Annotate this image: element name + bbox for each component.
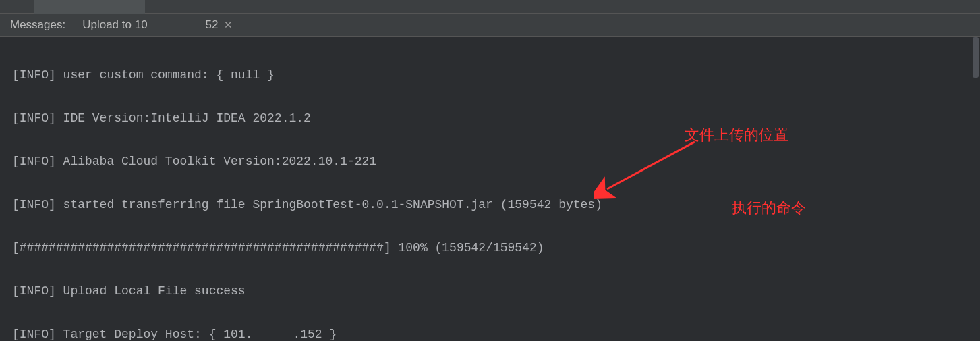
log-line: [INFO] IDE Version:IntelliJ IDEA 2022.1.…	[12, 107, 968, 129]
partial-file-tab	[34, 0, 145, 14]
log-line: [INFO] Target Deploy Host: { 101..152 }	[12, 323, 968, 341]
console-output: [INFO] user custom command: { null } [IN…	[0, 37, 980, 341]
upload-tab[interactable]: Upload to 1052 ✕	[76, 14, 239, 36]
messages-tab-strip: Messages: Upload to 1052 ✕	[0, 14, 980, 37]
close-icon[interactable]: ✕	[224, 19, 233, 31]
messages-label: Messages:	[10, 18, 65, 32]
log-line: [INFO] started transferring file SpringB…	[12, 194, 968, 215]
log-line: [#######################################…	[12, 237, 968, 259]
editor-tab-strip-top	[0, 0, 980, 14]
upload-tab-title-prefix: Upload to 10	[82, 18, 147, 32]
upload-tab-title-suffix: 52	[206, 18, 219, 32]
log-line: [INFO] Upload Local File success	[12, 280, 968, 302]
log-line: [INFO] user custom command: { null }	[12, 64, 968, 86]
log-line: [INFO] Alibaba Cloud Toolkit Version:202…	[12, 151, 968, 172]
vertical-scrollbar[interactable]	[971, 37, 980, 341]
